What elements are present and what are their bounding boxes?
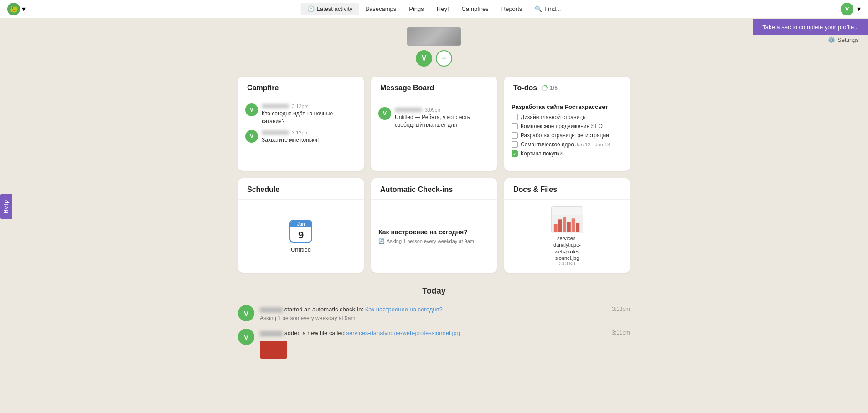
schedule-card[interactable]: Schedule Jan 9 Untitled xyxy=(238,178,364,273)
msg-avatar: V xyxy=(378,107,391,120)
chat-message-1: V 3:12pm Кто сегодня идёт на ночные ката… xyxy=(245,103,356,125)
profile-banner xyxy=(407,27,461,46)
logo-icon[interactable]: 🐸 xyxy=(7,3,20,15)
svg-rect-3 xyxy=(554,224,558,232)
top-nav: 🐸 ▾ 🕐 Latest activity Basecamps Pings He… xyxy=(0,0,868,18)
todos-card[interactable]: To-dos 1/5 Разработка сайта Ростехрассве… xyxy=(504,77,630,171)
message-item: V 3:09pm Untitled — Ребята, у кого есть … xyxy=(378,103,490,133)
activity-name-blur-1 xyxy=(260,307,283,313)
chat-name-blur-1 xyxy=(262,104,289,108)
todo-label-3: Разработка страницы регистрации xyxy=(521,132,609,139)
activity-item-2: V added a new file called services-danal… xyxy=(238,329,630,359)
chat-time-2: 3:12pm xyxy=(292,130,309,135)
todos-body: Разработка сайта Ростехрассвет Дизайн гл… xyxy=(504,98,630,171)
todos-header: To-dos 1/5 xyxy=(504,77,630,98)
todo-label-5: Корзина покупки xyxy=(521,150,563,157)
complete-profile-banner[interactable]: Take a sec to complete your profile... xyxy=(753,19,868,35)
todo-checkbox-3[interactable] xyxy=(512,132,518,139)
nav-reports[interactable]: Reports xyxy=(495,3,529,15)
user-avatar[interactable]: V xyxy=(841,3,853,15)
schedule-header: Schedule xyxy=(238,178,364,200)
nav-campfires[interactable]: Campfires xyxy=(455,3,495,15)
checkin-question: Как настроение на сегодня? xyxy=(378,228,490,236)
message-board-card[interactable]: Message Board V 3:09pm Untitled — Ребята… xyxy=(371,77,497,171)
todo-checkbox-4[interactable] xyxy=(512,141,518,148)
checkins-header: Automatic Check-ins xyxy=(371,178,497,200)
search-icon: 🔍 xyxy=(535,5,542,12)
todo-checkbox-2[interactable] xyxy=(512,123,518,129)
message-board-body: V 3:09pm Untitled — Ребята, у кого есть … xyxy=(371,98,497,171)
nav-find[interactable]: 🔍 Find... xyxy=(528,3,567,15)
doc-image xyxy=(551,206,583,233)
activity-text-1: started an automatic check-in: Как настр… xyxy=(260,305,606,314)
checkins-card[interactable]: Automatic Check-ins Как настроение на се… xyxy=(371,178,497,273)
activity-link-2[interactable]: services-danalytique-web-professionnel.j… xyxy=(346,330,460,336)
todo-checkbox-1[interactable] xyxy=(512,114,518,120)
msg-time: 3:09pm xyxy=(425,107,442,113)
profile-avatar[interactable]: V xyxy=(416,50,432,67)
campfire-card-body: V 3:12pm Кто сегодня идёт на ночные ката… xyxy=(238,98,364,171)
chat-text-1: Кто сегодня идёт на ночные катания? xyxy=(262,110,356,125)
todo-checkbox-5[interactable]: ✓ xyxy=(512,150,518,157)
activity-item-1: V started an automatic check-in: Как нас… xyxy=(238,305,630,321)
svg-rect-7 xyxy=(572,218,575,232)
campfire-card[interactable]: Campfire V 3:12pm Кто сегодня идёт на но… xyxy=(238,77,364,171)
chat-message-2: V 3:12pm Захватите мне коньки! xyxy=(245,130,356,144)
todo-item-4[interactable]: Семантическое ядро Jan 12 - Jan 13 xyxy=(512,141,623,148)
msg-text: Untitled — Ребята, у кого есть свободный… xyxy=(395,114,490,129)
nav-pings[interactable]: Pings xyxy=(403,3,430,15)
calendar-icon: Jan 9 xyxy=(289,220,312,243)
checkin-subtitle: 🔄 Asking 1 person every weekday at 9am. xyxy=(378,238,490,244)
clock-icon: 🕐 xyxy=(307,5,315,12)
todo-item-5[interactable]: ✓ Корзина покупки xyxy=(512,150,623,157)
user-menu-arrow[interactable]: ▾ xyxy=(857,5,861,13)
svg-rect-5 xyxy=(563,217,566,232)
todos-progress: 1/5 xyxy=(541,84,558,92)
docs-header: Docs & Files xyxy=(504,178,630,200)
chat-time-1: 3:12pm xyxy=(292,103,309,109)
logo-dropdown[interactable]: ▾ xyxy=(22,5,26,13)
doc-thumb[interactable]: services- danalytique- web-profes sionne… xyxy=(551,206,583,266)
nav-right: V ▾ xyxy=(841,3,861,15)
help-tab[interactable]: Help xyxy=(0,194,12,219)
docs-body: services- danalytique- web-profes sionne… xyxy=(504,200,630,273)
activity-time-2: 3:11pm xyxy=(612,329,630,336)
nav-hey[interactable]: Hey! xyxy=(430,3,455,15)
progress-ring-icon xyxy=(541,84,548,92)
message-board-header: Message Board xyxy=(371,77,497,98)
docs-card[interactable]: Docs & Files xyxy=(504,178,630,273)
schedule-event-label: Untitled xyxy=(291,246,311,253)
svg-rect-4 xyxy=(558,219,562,232)
nav-logo[interactable]: 🐸 ▾ xyxy=(7,3,26,15)
doc-filesize: 33.3 KB xyxy=(559,261,575,266)
activity-content-2: added a new file called services-danalyt… xyxy=(260,329,606,359)
profile-add-button[interactable]: + xyxy=(436,50,452,67)
schedule-body: Jan 9 Untitled xyxy=(238,200,364,273)
todo-item-2[interactable]: Комплексное продвижение SEO xyxy=(512,123,623,129)
todo-project-name: Разработка сайта Ростехрассвет xyxy=(512,103,623,110)
doc-filename: services- danalytique- web-profes sionne… xyxy=(553,235,581,261)
cal-day: 9 xyxy=(290,227,311,243)
todo-item-3[interactable]: Разработка страницы регистрации xyxy=(512,132,623,139)
doc-chart-svg xyxy=(552,215,583,233)
chat-name-blur-2 xyxy=(262,130,289,135)
checkins-body: Как настроение на сегодня? 🔄 Asking 1 pe… xyxy=(371,200,497,273)
activity-time-1: 3:13pm xyxy=(612,305,630,312)
chat-avatar-1: V xyxy=(245,103,258,116)
chat-text-2: Захватите мне коньки! xyxy=(262,136,356,144)
todo-label-2: Комплексное продвижение SEO xyxy=(521,123,603,129)
activity-file-thumb xyxy=(260,341,287,359)
activity-link-1[interactable]: Как настроение на сегодня? xyxy=(365,306,443,313)
msg-name-blur xyxy=(395,108,422,112)
chat-avatar-2: V xyxy=(245,130,258,143)
todo-label-1: Дизайн главной страницы xyxy=(521,114,587,120)
activity-sub-1: Asking 1 person every weekday at 9am. xyxy=(260,315,606,321)
svg-rect-6 xyxy=(567,222,571,232)
nav-latest-activity[interactable]: 🕐 Latest activity xyxy=(301,3,359,15)
todo-item-1[interactable]: Дизайн главной страницы xyxy=(512,114,623,120)
settings-button[interactable]: ⚙️ Settings xyxy=(828,36,859,43)
nav-center: 🕐 Latest activity Basecamps Pings Hey! C… xyxy=(301,3,568,15)
todo-label-4: Семантическое ядро Jan 12 - Jan 13 xyxy=(521,141,610,148)
nav-basecamps[interactable]: Basecamps xyxy=(359,3,403,15)
cal-month: Jan xyxy=(290,221,311,227)
